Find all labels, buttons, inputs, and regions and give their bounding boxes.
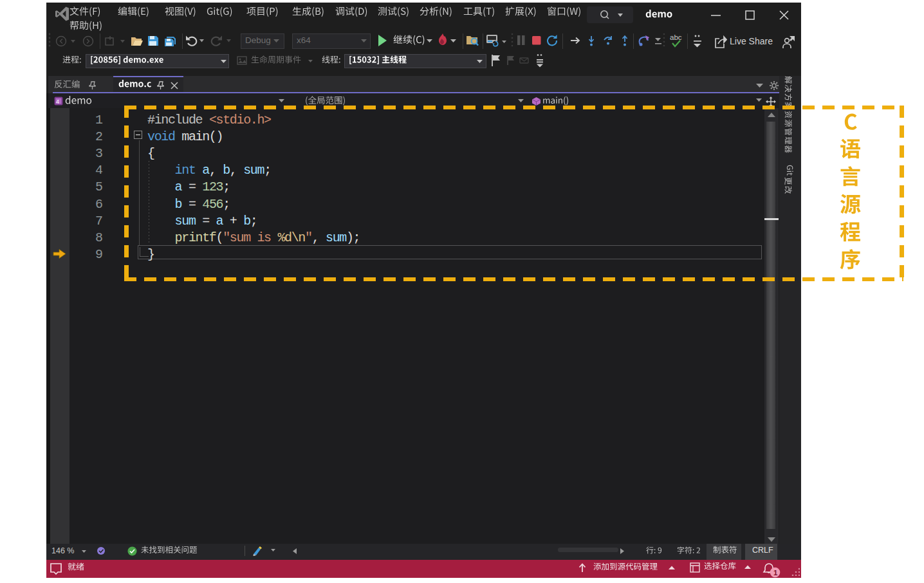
svg-text:1: 1 (773, 569, 778, 577)
svg-text:4: 4 (56, 98, 59, 105)
svg-text:abc: abc (670, 33, 682, 41)
